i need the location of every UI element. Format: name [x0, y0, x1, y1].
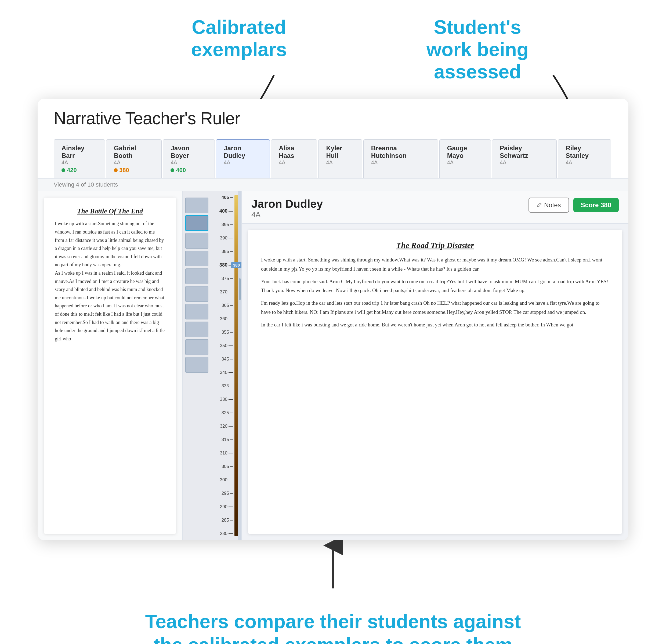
- ruler-thumb-5[interactable]: [185, 268, 208, 284]
- tick-295: 295: [216, 491, 241, 496]
- ruler-thumb-2[interactable]: [185, 215, 208, 231]
- tick-325: 325: [216, 410, 241, 415]
- tick-360: 360: [216, 316, 241, 322]
- ruler-thumb-1[interactable]: [185, 198, 208, 213]
- score-button[interactable]: Score 380: [573, 198, 619, 212]
- exemplar-panel: The Battle Of The End I woke up with a s…: [38, 191, 182, 540]
- student-tabs: Ainsley Barr 4A 420 Gabriel Booth 4A 380…: [38, 134, 628, 179]
- tab-jaron-dudley[interactable]: Jaron Dudley 4A: [216, 139, 270, 178]
- student-text: I woke up with a start. Something was sh…: [261, 255, 609, 329]
- pencil-icon: [537, 202, 542, 208]
- score-dot: [114, 168, 118, 172]
- tick-355: 355: [216, 330, 241, 335]
- tick-350: 350: [216, 343, 241, 348]
- scrollbar-track[interactable]: [238, 191, 241, 540]
- ruler-thumb-10[interactable]: [185, 357, 208, 373]
- tick-310: 310: [216, 450, 241, 456]
- tick-305: 305: [216, 464, 241, 469]
- tick-380: 380 380: [216, 262, 241, 268]
- student-doc-title: The Road Trip Disaster: [261, 241, 609, 250]
- ruler-thumb-6[interactable]: [185, 286, 208, 302]
- tick-280: 280: [216, 531, 241, 536]
- student-document: The Road Trip Disaster I woke up with a …: [248, 230, 622, 534]
- exemplar-title: The Battle Of The End: [55, 207, 165, 215]
- tick-345: 345: [216, 357, 241, 362]
- tick-395: 395: [216, 222, 241, 227]
- ruler-container: 405 400 395 390 385 380 380 375 370 365 …: [182, 191, 242, 540]
- page-title: Narrative Teacher's Ruler: [54, 109, 240, 128]
- tick-300: 300: [216, 477, 241, 483]
- tick-365: 365: [216, 303, 241, 308]
- tick-335: 335: [216, 383, 241, 389]
- tab-javon-boyer[interactable]: Javon Boyer 4A 400: [163, 139, 215, 178]
- bottom-label: Teachers compare their students against …: [0, 594, 666, 644]
- tab-riley-stanley[interactable]: Riley Stanley 4A: [558, 139, 611, 178]
- tab-breanna-hutchinson[interactable]: Breanna Hutchinson 4A: [363, 139, 438, 178]
- tick-375: 375: [216, 276, 241, 281]
- tick-330: 330: [216, 397, 241, 402]
- student-panel-header: Jaron Dudley 4A Notes Score 380: [242, 191, 628, 223]
- student-name: Jaron Dudley: [251, 198, 323, 211]
- exemplar-text: I woke up with a start.Something shining…: [55, 219, 165, 343]
- tick-370: 370: [216, 289, 241, 295]
- score-dot: [171, 168, 174, 172]
- tick-315: 315: [216, 437, 241, 442]
- ruler-ticks: 405 400 395 390 385 380 380 375 370 365 …: [216, 191, 241, 540]
- tick-400: 400: [216, 208, 241, 214]
- tick-340: 340: [216, 370, 241, 375]
- tab-ainsley-barr[interactable]: Ainsley Barr 4A 420: [54, 139, 105, 178]
- score-indicator: 380: [231, 262, 242, 268]
- bottom-arrow: [293, 540, 373, 594]
- main-content: The Battle Of The End I woke up with a s…: [38, 191, 628, 540]
- app-screenshot: Narrative Teacher's Ruler Ainsley Barr 4…: [38, 99, 628, 540]
- tick-405: 405: [216, 195, 241, 200]
- page-title-bar: Narrative Teacher's Ruler: [38, 99, 628, 134]
- student-panel: Jaron Dudley 4A Notes Score 380 The Road…: [242, 191, 628, 540]
- tick-290: 290: [216, 504, 241, 509]
- tick-320: 320: [216, 424, 241, 429]
- notes-button[interactable]: Notes: [528, 198, 569, 213]
- ruler-thumb-9[interactable]: [185, 339, 208, 355]
- tab-kyler-hull[interactable]: Kyler Hull 4A: [318, 139, 362, 178]
- ruler-thumb-4[interactable]: [185, 251, 208, 266]
- student-grade: 4A: [251, 211, 323, 219]
- exemplar-document: The Battle Of The End I woke up with a s…: [44, 198, 176, 534]
- ruler-thumb-8[interactable]: [185, 322, 208, 337]
- ruler-thumb-7[interactable]: [185, 304, 208, 319]
- score-dot: [62, 168, 65, 172]
- tab-alisa-haas[interactable]: Alisa Haas 4A: [271, 139, 317, 178]
- tick-390: 390: [216, 235, 241, 241]
- tick-285: 285: [216, 518, 241, 523]
- tick-385: 385: [216, 249, 241, 254]
- header-buttons: Notes Score 380: [528, 198, 619, 213]
- tab-gabriel-booth[interactable]: Gabriel Booth 4A 380: [106, 139, 162, 178]
- scrollbar-thumb[interactable]: [239, 279, 241, 300]
- student-info: Jaron Dudley 4A: [251, 198, 323, 219]
- students-count-bar: Viewing 4 of 10 students: [38, 179, 628, 191]
- ruler-thumb-3[interactable]: [185, 233, 208, 249]
- ruler-scale: 405 400 395 390 385 380 380 375 370 365 …: [216, 191, 241, 540]
- tab-paisley-schwartz[interactable]: Paisley Schwartz 4A: [492, 139, 557, 178]
- tab-gauge-mayo[interactable]: Gauge Mayo 4A: [439, 139, 491, 178]
